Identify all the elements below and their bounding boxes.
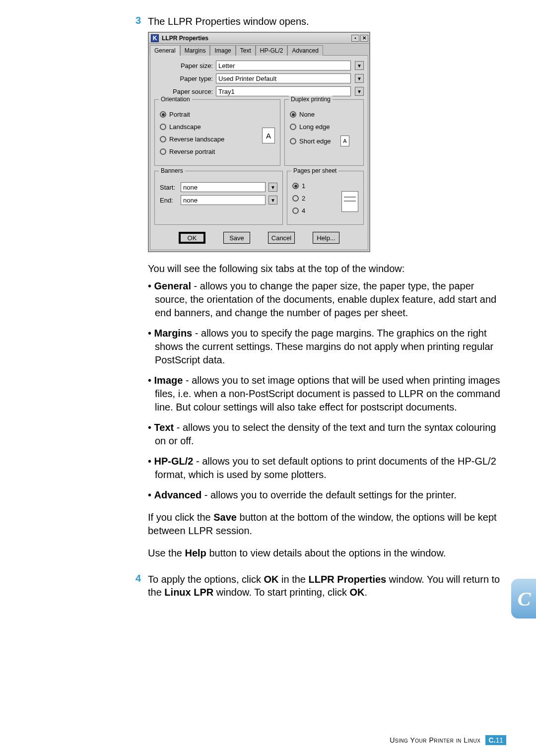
- paper-source-value: Tray1: [218, 88, 235, 95]
- pages-1-label: 1: [302, 182, 305, 190]
- landscape-label: Landscape: [169, 123, 201, 131]
- banner-end-combo[interactable]: none: [181, 195, 266, 205]
- ok-button[interactable]: OK: [179, 232, 205, 244]
- rev-land-label: Reverse landscape: [169, 136, 224, 143]
- paper-type-value: Used Printer Default: [218, 75, 276, 82]
- pages-per-sheet-group: Pages per sheet 1 2 4: [287, 171, 364, 225]
- save-note: If you click the Save button at the bott…: [148, 511, 506, 538]
- radio-duplex-none[interactable]: None: [290, 111, 358, 118]
- step3-text: The LLPR Properties window opens.: [148, 15, 309, 28]
- banner-start-label: Start:: [160, 184, 179, 191]
- duplex-long-label: Long edge: [299, 123, 330, 131]
- duplex-none-label: None: [299, 111, 315, 118]
- close-icon[interactable]: ✕: [360, 35, 368, 42]
- pages-2-label: 2: [302, 195, 305, 202]
- tab-text[interactable]: Text: [236, 45, 256, 56]
- duplex-short-label: Short edge: [299, 137, 331, 145]
- paper-source-combo[interactable]: Tray1: [216, 86, 351, 96]
- radio-rev-portrait[interactable]: Reverse portrait: [160, 148, 257, 155]
- step-number: 3: [129, 15, 141, 28]
- paper-size-combo[interactable]: Letter: [216, 61, 351, 70]
- kde-icon: K: [151, 34, 159, 42]
- footer-badge: C.11: [485, 735, 506, 745]
- banner-end-label: End:: [160, 197, 179, 204]
- orientation-preview-icon: A: [262, 128, 275, 143]
- appendix-tab-c: C: [511, 579, 536, 619]
- duplex-preview-icon: A: [340, 136, 349, 146]
- desc-text: Text - allows you to select the density …: [148, 421, 506, 448]
- paper-size-label: Paper size:: [154, 62, 213, 69]
- desc-hpgl: HP-GL/2 - allows you to set default opti…: [148, 455, 506, 481]
- intro-text: You will see the following six tabs at t…: [148, 262, 506, 275]
- tab-hpgl2[interactable]: HP-GL/2: [256, 45, 288, 56]
- radio-pages-1[interactable]: 1: [292, 182, 358, 190]
- step4-text: To apply the options, click OK in the LL…: [148, 573, 506, 599]
- pages-preview-icon: [341, 191, 358, 212]
- paper-source-label: Paper source:: [154, 88, 213, 95]
- title-bar: K LLPR Properties ▪ ✕: [149, 33, 369, 44]
- llpr-properties-dialog: K LLPR Properties ▪ ✕ General Margins Im…: [148, 32, 370, 252]
- chevron-down-icon[interactable]: ▼: [355, 74, 364, 83]
- paper-size-value: Letter: [218, 62, 235, 69]
- banner-end-value: none: [183, 197, 198, 204]
- chevron-down-icon[interactable]: ▼: [355, 61, 364, 70]
- radio-landscape[interactable]: Landscape: [160, 123, 257, 131]
- chevron-down-icon[interactable]: ▼: [268, 196, 277, 205]
- duplex-group: Duplex printing None Long edge Short edg…: [284, 99, 364, 166]
- desc-margins: Margins - allows you to specify the page…: [148, 327, 506, 367]
- step-number: 4: [129, 573, 141, 599]
- page-footer: Using Your Printer in Linux C.11: [390, 735, 506, 745]
- pages-title: Pages per sheet: [291, 167, 338, 174]
- window-title: LLPR Properties: [162, 35, 208, 42]
- desc-advanced: Advanced - allows you to override the de…: [148, 488, 506, 502]
- desc-general: General - allows you to change the paper…: [148, 279, 506, 320]
- paper-type-label: Paper type:: [154, 75, 213, 82]
- banners-title: Banners: [159, 167, 185, 174]
- tabs-row: General Margins Image Text HP-GL/2 Advan…: [149, 44, 369, 55]
- tab-general[interactable]: General: [150, 45, 180, 56]
- orientation-group: Orientation Portrait Landscape Reverse l…: [154, 99, 280, 166]
- rev-port-label: Reverse portrait: [169, 148, 215, 155]
- help-note: Use the Help button to view details abou…: [148, 547, 506, 560]
- minimize-icon[interactable]: ▪: [351, 35, 359, 42]
- desc-image: Image - allows you to set image options …: [148, 374, 506, 414]
- banner-start-value: none: [183, 184, 198, 191]
- banner-start-combo[interactable]: none: [181, 182, 266, 192]
- tab-advanced[interactable]: Advanced: [287, 45, 323, 56]
- duplex-title: Duplex printing: [289, 96, 333, 103]
- chevron-down-icon[interactable]: ▼: [355, 87, 364, 96]
- paper-type-combo[interactable]: Used Printer Default: [216, 73, 351, 83]
- radio-duplex-short[interactable]: Short edge A: [290, 136, 358, 146]
- pages-4-label: 4: [302, 207, 305, 214]
- chevron-down-icon[interactable]: ▼: [268, 183, 277, 192]
- radio-rev-landscape[interactable]: Reverse landscape: [160, 136, 257, 143]
- footer-text: Using Your Printer in Linux: [390, 736, 480, 744]
- banners-group: Banners Start: none ▼ End: none ▼: [154, 171, 283, 225]
- orientation-title: Orientation: [159, 96, 192, 103]
- tab-margins[interactable]: Margins: [180, 45, 210, 56]
- tab-image[interactable]: Image: [210, 45, 235, 56]
- help-button[interactable]: Help...: [313, 232, 339, 244]
- radio-duplex-long[interactable]: Long edge: [290, 123, 358, 131]
- radio-portrait[interactable]: Portrait: [160, 111, 257, 118]
- cancel-button[interactable]: Cancel: [268, 232, 295, 244]
- portrait-label: Portrait: [169, 111, 190, 118]
- save-button[interactable]: Save: [223, 232, 250, 244]
